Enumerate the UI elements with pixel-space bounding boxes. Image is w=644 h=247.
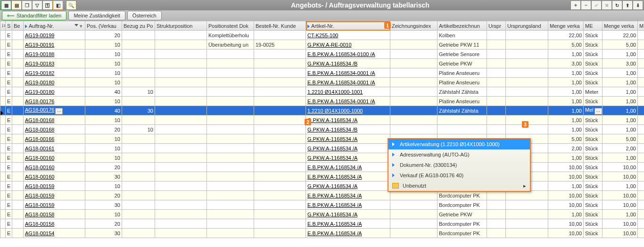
ellipsis-button[interactable]: …	[594, 108, 602, 115]
cell-artikel[interactable]: G.PKW.A-1168534 /B	[306, 59, 390, 68]
tool-save-icon[interactable]: ⬇	[633, 0, 643, 10]
cell-artikel[interactable]: E.B.PKW.A-1168534 /A	[306, 191, 390, 200]
cell-auftrag[interactable]: AG18-00158	[24, 210, 85, 219]
table-row[interactable]: EAG19-0018040101.2210 Ø14X1000-1001Zähls…	[0, 87, 644, 97]
tool-calendar-icon[interactable]: ▤	[11, 0, 22, 10]
cell-artikel[interactable]: CT-K255-100	[306, 31, 390, 40]
tool-zoom-icon[interactable]: 🔍	[66, 0, 76, 10]
cell-artikel[interactable]: E.B.PKW.A-1168534 /A	[306, 172, 390, 181]
tool-add-icon[interactable]: ＋	[570, 0, 581, 10]
filter-icon[interactable]: ▾	[80, 23, 83, 28]
col-artikel[interactable]: Artikel-Nr.	[306, 21, 390, 31]
cell-artikel[interactable]: G.PKW.A-1168534 /A	[306, 144, 390, 153]
tool-box-icon[interactable]: ◧	[53, 0, 63, 10]
col-artbez[interactable]: Artikelbezeichnun	[438, 21, 487, 31]
cell-auftrag[interactable]: AG18-00161	[24, 144, 85, 153]
cell-artikel[interactable]: E.B.PKW.A-1168534-0001 /A	[306, 97, 390, 106]
table-row[interactable]: EAG19-0019920KomplettüberholuCT-K255-100…	[0, 31, 644, 40]
cell-artikel[interactable]: E.B.PKW.A-1168534 /A	[306, 163, 390, 172]
table-row[interactable]: EAG18-0016610G.PKW.A-1168534 /A5,00Stück…	[0, 134, 644, 144]
table-row[interactable]: EAG18-0015910G.PKW.A-1168534 /AGetriebe …	[0, 181, 644, 191]
cell-auftrag[interactable]: AG18-00168	[24, 125, 85, 134]
col-ursprland[interactable]: Ursprungsland	[506, 21, 548, 31]
table-row[interactable]: EAG19-0018810E.B.PKW.A-1168534-0100 /AGe…	[0, 49, 644, 59]
cell-artikel[interactable]: G.PKW.A-1168534 /A	[306, 181, 390, 191]
cell-artikel[interactable]: G.PKW.A-1168534 /A	[306, 115, 390, 125]
cell-artikel[interactable]: E.B.PKW.A-1168534 /A	[306, 219, 390, 229]
col-me[interactable]: ME	[584, 21, 603, 31]
cell-artikel[interactable]: E.B.PKW.A-1168534 /A	[306, 200, 390, 210]
table-row[interactable]: EAG18-0016030E.B.PKW.A-1168534 /ABordcom…	[0, 172, 644, 181]
cell-artikel[interactable]: E.B.PKW.A-1168534-0100 /A	[306, 49, 390, 59]
ctx-adressverwaltung[interactable]: Adressverwaltung (AUTO-AG)	[388, 149, 530, 160]
cell-auftrag[interactable]: AG18-00159	[24, 200, 85, 210]
col-postext[interactable]: Positionstext Dok	[207, 21, 254, 31]
cell-artikel[interactable]: G.PKW.A-RE-0010	[306, 40, 390, 49]
cell-artikel[interactable]: 1.2210 Ø14X1000-1001	[306, 87, 390, 97]
table-row[interactable]: EAG19-0019110Überarbeitung un19-0025G.PK…	[0, 40, 644, 49]
col-zeich[interactable]: Zeichnungsindex	[390, 21, 438, 31]
table-row[interactable]: EAG18-0016810G.PKW.A-1168534 /A1,00Stück…	[0, 115, 644, 125]
cell-auftrag[interactable]: AG18-00176…	[24, 106, 85, 115]
tool-filter-icon[interactable]: ▽	[32, 0, 42, 10]
col-pos[interactable]: Pos. (Verkau	[85, 21, 122, 31]
col-be[interactable]: Be	[12, 21, 24, 31]
cell-auftrag[interactable]: AG18-00158	[24, 219, 85, 229]
table-row[interactable]: EAG19-0018210E.B.PKW.A-1168534-0001 /APl…	[0, 68, 644, 78]
cell-artikel[interactable]: E.B.PKW.A-1168534 /A	[306, 229, 390, 238]
tool-remove-icon[interactable]: －	[581, 0, 591, 10]
table-row[interactable]: EAG18-0016010G.PKW.A-1168534 /A1,00Stück…	[0, 153, 644, 163]
cell-auftrag[interactable]: AG19-00182	[24, 68, 85, 78]
cell-artikel[interactable]: 1.2210 Ø14X1000-1000	[306, 106, 390, 115]
table-row[interactable]: EAG18-0015930E.B.PKW.A-1168534 /ABordcom…	[0, 200, 644, 210]
cell-auftrag[interactable]: AG18-00160	[24, 172, 85, 181]
cell-auftrag[interactable]: AG18-00160	[24, 153, 85, 163]
cell-auftrag[interactable]: AG18-00166	[24, 134, 85, 144]
filter-mine-button[interactable]: Meine Zuständigkeit	[68, 11, 125, 20]
cell-auftrag[interactable]: AG18-00176	[24, 97, 85, 106]
table-row[interactable]: EAG18-0015430E.B.PKW.A-1168534 /ABordcom…	[0, 229, 644, 238]
col-struktur[interactable]: Strukturposition	[155, 21, 207, 31]
table-row[interactable]: EAG18-0015810G.PKW.A-1168534 /AGetriebe …	[0, 210, 644, 219]
cell-auftrag[interactable]: AG18-00159	[24, 191, 85, 200]
cell-auftrag[interactable]: AG19-00188	[24, 49, 85, 59]
tool-windows-icon[interactable]: ❐	[22, 0, 32, 10]
cell-auftrag[interactable]: AG19-00191	[24, 40, 85, 49]
cell-artikel[interactable]: G.PKW.A-1168534 /A	[306, 153, 390, 163]
table-row[interactable]: EAG18-0016020E.B.PKW.A-1168534 /ABordcom…	[0, 163, 644, 172]
cell-artikel[interactable]: E.B.PKW.A-1168534-0001 /A	[306, 78, 390, 87]
cell-artikel[interactable]: G.PKW.A-1168534 /A	[306, 210, 390, 219]
table-row[interactable]: EAG18-001682010G.PKW.A-1168534 /B1,00Stü…	[0, 125, 644, 134]
col-bezug[interactable]: Bezug zu Po	[122, 21, 155, 31]
table-row[interactable]: EAG19-0018010E.B.PKW.A-1168534-0001 /APl…	[0, 78, 644, 87]
cell-auftrag[interactable]: AG18-00168	[24, 115, 85, 125]
cell-auftrag[interactable]: AG19-00199	[24, 31, 85, 40]
ctx-unbenutzt[interactable]: Unbenutzt▸	[388, 181, 530, 191]
table-row[interactable]: EAG18-0017610E.B.PKW.A-1168534-0001 /APl…	[0, 97, 644, 106]
col-urspr[interactable]: Urspr	[487, 21, 506, 31]
col-menge2[interactable]: Menge verka	[603, 21, 638, 31]
table-row[interactable]: EAG18-0016110G.PKW.A-1168534 /A2,00Stück…	[0, 144, 644, 153]
table-row[interactable]: EAG18-0015920E.B.PKW.A-1168534 /ABordcom…	[0, 191, 644, 200]
cell-auftrag[interactable]: AG19-00180	[24, 78, 85, 87]
col-marker[interactable]: ⁞≡	[0, 21, 6, 31]
col-bestell[interactable]: Bestell-Nr. Kunde	[254, 21, 306, 31]
ctx-dokument[interactable]: Dokument-Nr. (3300134)	[388, 160, 530, 170]
ellipsis-button[interactable]: …	[55, 108, 63, 115]
tool-cancel-icon[interactable]: ✖	[602, 0, 612, 10]
cell-artikel[interactable]: G.PKW.A-1168534 /B	[306, 125, 390, 134]
tool-export-icon[interactable]: ⬆	[622, 0, 633, 10]
table-row[interactable]: EAG19-0018310G.PKW.A-1168534 /BGetriebe …	[0, 59, 644, 68]
cell-auftrag[interactable]: AG18-00160	[24, 163, 85, 172]
tool-confirm-icon[interactable]: ✔	[591, 0, 602, 10]
tool-key-icon[interactable]: ⚿	[42, 0, 53, 10]
table-row[interactable]: EAG18-00176…40301.2210 Ø14X1000-1000Zähl…	[0, 106, 644, 115]
cell-auftrag[interactable]: AG18-00159	[24, 181, 85, 191]
filter-at-button[interactable]: Österreich	[127, 11, 162, 20]
ctx-artikelverwaltung[interactable]: Artikelverwaltung (1.2210 Ø14X1000-1000)	[388, 139, 530, 149]
table-row[interactable]: EAG18-0015820E.B.PKW.A-1168534 /ABordcom…	[0, 219, 644, 229]
cell-artikel[interactable]: E.B.PKW.A-1168534-0001 /A	[306, 68, 390, 78]
col-menge1[interactable]: Menge verka	[548, 21, 584, 31]
ctx-verkauf[interactable]: Verkauf (E AG18-00176 40)	[388, 170, 530, 181]
tool-reload-icon[interactable]: ↻	[612, 0, 622, 10]
